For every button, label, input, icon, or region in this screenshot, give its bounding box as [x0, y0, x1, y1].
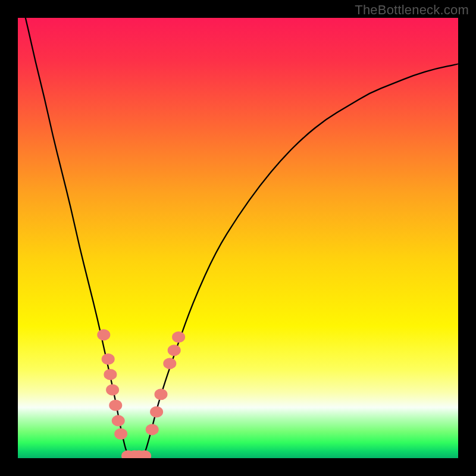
marker-dot [102, 353, 115, 365]
marker-dot [97, 329, 110, 340]
marker-dot [104, 369, 117, 380]
marker-dot [109, 400, 122, 411]
bottleneck-chart-svg [18, 18, 458, 458]
chart-plot-area [18, 18, 458, 458]
marker-dot [172, 331, 185, 343]
watermark-text: TheBottleneck.com [355, 2, 469, 18]
marker-dot [146, 424, 159, 435]
marker-dot [112, 415, 125, 427]
marker-dot [163, 358, 176, 369]
marker-dot [155, 389, 168, 400]
marker-dot [150, 406, 163, 418]
marker-dot [168, 345, 181, 356]
marker-dot [106, 384, 119, 396]
marker-dot [114, 428, 127, 440]
